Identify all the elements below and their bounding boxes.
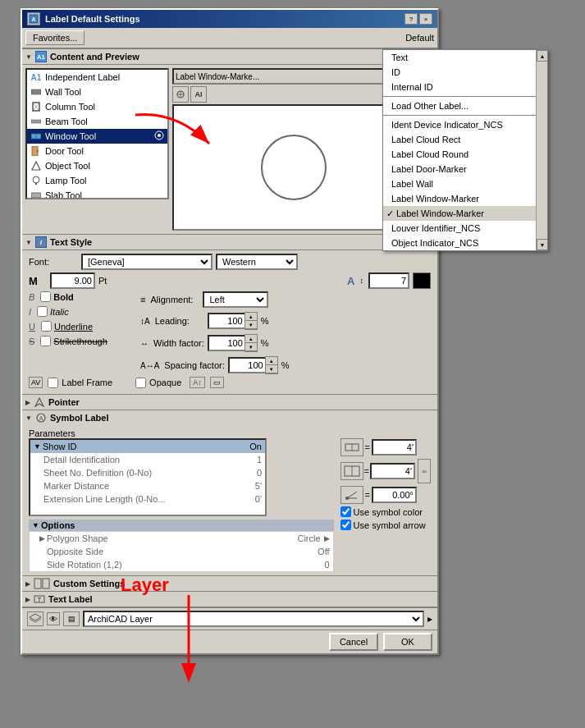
size1-input[interactable] (372, 439, 417, 456)
leading-input[interactable] (208, 313, 245, 329)
width-icon: ↔ (140, 339, 149, 348)
close-button[interactable]: × (419, 13, 432, 25)
opaque-checkbox[interactable] (135, 378, 146, 388)
title-buttons: ? × (404, 13, 432, 25)
slab-label: Slab Tool (45, 190, 82, 199)
size2-input[interactable] (370, 463, 415, 479)
symbol-right-controls: = = ∞ = (340, 438, 431, 530)
pointer-section[interactable]: ▶ Pointer (22, 394, 437, 410)
tool-item-slab[interactable]: Slab Tool (27, 188, 167, 199)
lamp-label: Lamp Tool (45, 176, 87, 185)
svg-rect-6 (31, 120, 41, 123)
favorites-button[interactable]: Favorites... (25, 30, 85, 45)
link-icon[interactable]: ∞ (418, 459, 431, 483)
tool-item-beam[interactable]: Beam Tool (27, 114, 167, 129)
symbol-params-area: ▼ Show ID On Detail Identification 1 She… (29, 438, 431, 572)
dropdown-item-load-other[interactable]: Load Other Label... (383, 98, 536, 113)
params-table[interactable]: ▼ Show ID On Detail Identification 1 She… (29, 438, 267, 516)
dropdown-item-ident[interactable]: Ident Device Indicator_NCS (383, 117, 536, 132)
leading-up[interactable]: ▲ (245, 313, 257, 321)
scroll-down-btn[interactable]: ▼ (537, 239, 548, 250)
dropdown-item-window-marker-1[interactable]: Label Window-Marker (383, 191, 536, 206)
bold-checkbox[interactable] (40, 291, 51, 302)
cancel-button[interactable]: Cancel (329, 633, 378, 651)
spacing-down[interactable]: ▼ (266, 365, 277, 373)
ok-button[interactable]: OK (383, 633, 432, 651)
dropdown-item-object-indicator[interactable]: Object Indicator_NCS (383, 236, 536, 250)
angle-input[interactable] (372, 487, 417, 503)
underline-checkbox[interactable] (41, 321, 52, 332)
tool-item-window[interactable]: Window Tool (27, 129, 167, 144)
layers-stack-icon (27, 611, 43, 626)
dropdown-item-window-marker-2[interactable]: ✓ Label Window-Marker (383, 206, 536, 221)
layer-select[interactable]: ArchiCAD Layer (83, 611, 424, 627)
content-icon: A1 (35, 51, 47, 62)
sheet-no-value: 0 (257, 468, 262, 478)
preview-circle (261, 135, 327, 200)
dropdown-item-label-wall[interactable]: Label Wall (383, 176, 536, 191)
width-down[interactable]: ▼ (245, 343, 257, 351)
tool-item-column[interactable]: Column Tool (27, 99, 167, 114)
spacing-percent: % (281, 360, 290, 370)
preview-dropdown-row: Label Window-Marke... ▸ (172, 68, 414, 85)
layer-eye-icon[interactable]: 👁 (47, 612, 60, 625)
dropdown-item-text[interactable]: Text (383, 50, 536, 65)
dropdown-item-id[interactable]: ID (383, 65, 536, 80)
use-symbol-color-checkbox[interactable] (340, 506, 351, 517)
tool-item-object[interactable]: Object Tool (27, 158, 167, 173)
alignment-select[interactable]: Left (203, 291, 268, 308)
tools-list[interactable]: A1 Independent Label Wall Tool Column To… (25, 68, 169, 199)
custom-settings-title: Custom Settings (53, 579, 125, 588)
dropdown-scrollbar[interactable]: ▲ ▼ (536, 50, 547, 250)
content-preview-header[interactable]: ▼ A1 Content and Preview (22, 48, 437, 65)
label-frame-row: AV Label Frame Opaque A↕ ▭ (29, 377, 431, 388)
dropdown-item-cloud-rect[interactable]: Label Cloud Rect (383, 132, 536, 147)
spacing-input[interactable] (228, 357, 265, 373)
dropdown-item-door-marker[interactable]: Label Door-Marker (383, 162, 536, 176)
dropdown-item-internal-id[interactable]: Internal ID (383, 80, 536, 94)
side-spacer: ▶ (39, 561, 45, 569)
dropdown-item-louver[interactable]: Louver Identifier_NCS (383, 221, 536, 236)
leading-down[interactable]: ▼ (245, 321, 257, 329)
text-label-section[interactable]: ▶ T Text Label (22, 591, 437, 607)
label-frame-checkbox[interactable] (48, 378, 58, 388)
font-select[interactable]: [Geneva] (81, 254, 213, 270)
polygon-expand: ▶ (39, 534, 45, 543)
spacing-up[interactable]: ▲ (266, 357, 277, 365)
width-up[interactable]: ▲ (245, 335, 257, 343)
divider-2 (383, 115, 536, 116)
size-input[interactable] (50, 272, 95, 289)
load-other-label: Load Other Label... (391, 101, 468, 111)
svg-rect-16 (31, 193, 41, 198)
use-symbol-arrow-checkbox[interactable] (340, 520, 351, 530)
strikethrough-checkbox[interactable] (40, 336, 51, 346)
preview-icon-btn-2[interactable]: AI (190, 86, 207, 103)
label-wall-label: Label Wall (391, 179, 433, 189)
strike-style-indicator: S (29, 337, 34, 346)
layer-bar: 👁 ▤ ArchiCAD Layer ▶ (22, 607, 437, 630)
dropdown-item-cloud-round[interactable]: Label Cloud Round (383, 147, 536, 162)
width-input[interactable] (208, 335, 245, 351)
text-label-icon: T (34, 593, 45, 605)
options-label: Options (41, 520, 75, 530)
number-input[interactable] (368, 272, 409, 289)
label-select-display[interactable]: Label Window-Marke... ▸ (172, 68, 414, 85)
text-style-header[interactable]: ▼ I Text Style (22, 234, 437, 250)
preview-icon-btn-1[interactable] (172, 86, 189, 103)
tool-item-wall[interactable]: Wall Tool (27, 85, 167, 99)
width-spinners: ▲ ▼ (245, 334, 258, 352)
help-button[interactable]: ? (404, 13, 418, 25)
louver-label: Louver Identifier_NCS (391, 223, 480, 233)
tool-item-independent[interactable]: A1 Independent Label (27, 70, 167, 85)
svg-marker-21 (35, 398, 43, 406)
tool-item-door[interactable]: Door Tool (27, 144, 167, 158)
custom-settings-section[interactable]: ▶ Custom Settings (22, 575, 437, 591)
italic-checkbox[interactable] (37, 306, 48, 317)
layer-type-icon: ▤ (63, 611, 80, 626)
color-box[interactable] (413, 272, 431, 289)
options-header[interactable]: ▼ Options (29, 520, 334, 531)
symbol-section-header[interactable]: ▼ A Symbol Label (22, 410, 437, 425)
scroll-up-btn[interactable]: ▲ (537, 50, 548, 62)
tool-item-lamp[interactable]: Lamp Tool (27, 173, 167, 188)
encoding-select[interactable]: Western (216, 254, 298, 270)
